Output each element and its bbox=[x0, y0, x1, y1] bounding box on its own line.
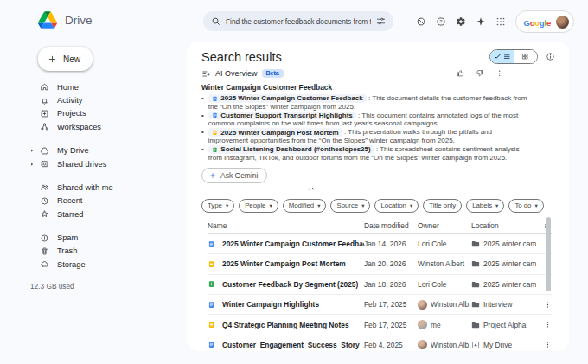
location-cell[interactable]: My Drive bbox=[471, 341, 536, 349]
file-row[interactable]: Customer Feedback By Segment (2025)Jan 1… bbox=[208, 275, 552, 295]
sidebar-nav: HomeActivityProjectsWorkspacesMy DriveSh… bbox=[26, 80, 187, 271]
folder-icon bbox=[471, 259, 480, 268]
file-chip[interactable]: 2025 Winter Campaign Post Mortem bbox=[208, 128, 342, 137]
account-chip[interactable]: Google bbox=[515, 10, 574, 33]
bullet-body: 2025 Winter Campaign Post Mortem : This … bbox=[208, 128, 531, 144]
workspaces-icon bbox=[40, 122, 49, 131]
column-header-date-modified[interactable]: Date modified bbox=[364, 221, 418, 230]
expand-arrow-icon[interactable] bbox=[29, 148, 35, 153]
location-name: Interview bbox=[483, 300, 513, 309]
sheets-file-icon bbox=[212, 146, 218, 154]
results-header: Search results bbox=[187, 42, 569, 64]
clock-icon bbox=[40, 196, 49, 206]
list-view-button[interactable] bbox=[490, 50, 514, 63]
grid-view-button[interactable] bbox=[514, 50, 537, 63]
table-header: Name Date modified Owner Location bbox=[208, 219, 552, 234]
filter-chip-source[interactable]: Source▾ bbox=[330, 199, 370, 213]
owner-cell: me bbox=[418, 320, 471, 329]
column-header-owner[interactable]: Owner bbox=[418, 221, 471, 230]
location-cell[interactable]: 2025 winter cam bbox=[471, 280, 536, 289]
sidebar-item-recent[interactable]: Recent bbox=[26, 195, 187, 208]
user-avatar[interactable] bbox=[556, 16, 569, 29]
help-icon[interactable]: ? bbox=[436, 16, 446, 27]
file-row[interactable]: 2025 Winter Campaign Post MortemJan 20, … bbox=[208, 254, 552, 274]
ask-gemini-button[interactable]: Ask Gemini bbox=[201, 168, 267, 183]
sidebar-item-home[interactable]: Home bbox=[26, 80, 187, 93]
location-cell[interactable]: 2025 winter cam bbox=[471, 259, 536, 268]
settings-gear-icon[interactable] bbox=[456, 16, 466, 27]
column-header-name[interactable]: Name bbox=[208, 221, 364, 230]
file-row[interactable]: Customer_Engagement_Success_Story_Agency… bbox=[208, 335, 552, 351]
bullet-dot: • bbox=[201, 128, 204, 144]
details-info-icon[interactable] bbox=[546, 52, 555, 61]
file-row[interactable]: Q4 Strategic Planning Meeting NotesFeb 1… bbox=[208, 315, 552, 335]
sidebar-item-label: Recent bbox=[57, 196, 82, 205]
new-button[interactable]: New bbox=[38, 47, 93, 71]
expand-arrow-icon[interactable] bbox=[29, 162, 35, 167]
gemini-sparkle-icon[interactable] bbox=[476, 16, 486, 27]
thumbs-down-icon[interactable] bbox=[476, 69, 484, 78]
people-icon bbox=[40, 182, 49, 192]
search-options-tune-icon[interactable] bbox=[376, 16, 386, 26]
filter-chip-people[interactable]: People▾ bbox=[239, 199, 278, 213]
file-name: Q4 Strategic Planning Meeting Notes bbox=[222, 321, 349, 329]
location-cell[interactable]: Interview bbox=[471, 300, 536, 309]
sidebar-item-my-drive[interactable]: My Drive bbox=[26, 144, 187, 157]
file-chip[interactable]: 2025 Winter Campaign Customer Feedback bbox=[208, 94, 367, 103]
filter-chip-title-only[interactable]: Title only bbox=[423, 199, 462, 213]
date-modified-cell: Feb 4, 2025 bbox=[364, 341, 418, 349]
filter-chip-labels[interactable]: Labels▾ bbox=[466, 199, 504, 213]
sidebar-item-label: Projects bbox=[57, 109, 86, 118]
location-cell[interactable]: 2025 winter cam bbox=[471, 239, 536, 248]
app-name: Drive bbox=[65, 14, 93, 27]
ai-bullet: •2025 Winter Campaign Customer Feedback … bbox=[201, 94, 531, 111]
scrollbar[interactable] bbox=[546, 217, 551, 291]
offline-status-icon[interactable] bbox=[416, 16, 426, 27]
filter-chip-to-do[interactable]: To do▾ bbox=[508, 199, 543, 213]
filter-chip-type[interactable]: Type▾ bbox=[201, 199, 234, 213]
sidebar-item-projects[interactable]: Projects bbox=[26, 107, 187, 120]
file-chip-label: 2025 Winter Campaign Customer Feedback bbox=[220, 94, 362, 102]
filter-chip-label: Labels bbox=[472, 201, 492, 209]
search-bar[interactable] bbox=[203, 11, 393, 31]
ai-overview-row: AI Overview Beta bbox=[201, 68, 531, 79]
sidebar-item-workspaces[interactable]: Workspaces bbox=[26, 120, 187, 133]
search-input[interactable] bbox=[226, 17, 371, 26]
row-menu-cell bbox=[536, 321, 552, 329]
thumbs-up-icon[interactable] bbox=[457, 69, 465, 78]
row-more-icon[interactable] bbox=[544, 321, 552, 329]
sidebar-item-label: Starred bbox=[57, 210, 84, 219]
sidebar-item-activity[interactable]: Activity bbox=[26, 93, 187, 106]
sidebar-item-shared-drives[interactable]: Shared drives bbox=[26, 157, 187, 170]
ai-overview-icon bbox=[201, 69, 211, 79]
filter-chip-location[interactable]: Location▾ bbox=[374, 199, 419, 213]
location-name: My Drive bbox=[483, 341, 512, 349]
sidebar-item-shared-with-me[interactable]: Shared with me bbox=[26, 181, 187, 194]
file-chip[interactable]: Customer Support Transcript Highlights bbox=[208, 112, 356, 120]
row-more-icon[interactable] bbox=[544, 341, 552, 348]
apps-grid-icon[interactable] bbox=[495, 16, 506, 27]
file-name: 2025 Winter Campaign Customer Feedback bbox=[222, 239, 364, 248]
sidebar: New HomeActivityProjectsWorkspacesMy Dri… bbox=[26, 47, 187, 291]
file-row[interactable]: Winter Campaign HighlightsFeb 17, 2025Wi… bbox=[208, 295, 552, 315]
row-more-icon[interactable] bbox=[544, 301, 552, 309]
row-menu-cell bbox=[536, 301, 552, 309]
filter-chip-modified[interactable]: Modified▾ bbox=[283, 199, 327, 213]
search-icon[interactable] bbox=[211, 16, 220, 26]
storage-used-label: 12.3 GB used bbox=[30, 282, 187, 291]
ai-overview-menu-icon[interactable] bbox=[495, 69, 504, 78]
column-header-location[interactable]: Location bbox=[471, 221, 536, 230]
sidebar-item-storage[interactable]: Storage bbox=[26, 258, 187, 271]
google-drive-app: Drive ? Google New HomeActivityProjectsW… bbox=[0, 0, 588, 364]
collapse-overview-icon[interactable] bbox=[307, 184, 317, 193]
file-row[interactable]: 2025 Winter Campaign Customer FeedbackJa… bbox=[208, 234, 552, 254]
sidebar-item-spam[interactable]: Spam bbox=[26, 231, 187, 244]
sidebar-item-starred[interactable]: Starred bbox=[26, 208, 187, 220]
row-menu-cell bbox=[536, 341, 552, 348]
shareddrive-icon bbox=[40, 159, 49, 169]
file-name-cell: 2025 Winter Campaign Customer Feedback bbox=[208, 239, 364, 249]
location-cell[interactable]: Project Alpha bbox=[471, 321, 536, 329]
file-chip[interactable]: Social Listening Dashboard (#ontheslopes… bbox=[208, 145, 374, 154]
sidebar-item-trash[interactable]: Trash bbox=[26, 245, 187, 258]
sheets-file-icon bbox=[208, 279, 215, 289]
